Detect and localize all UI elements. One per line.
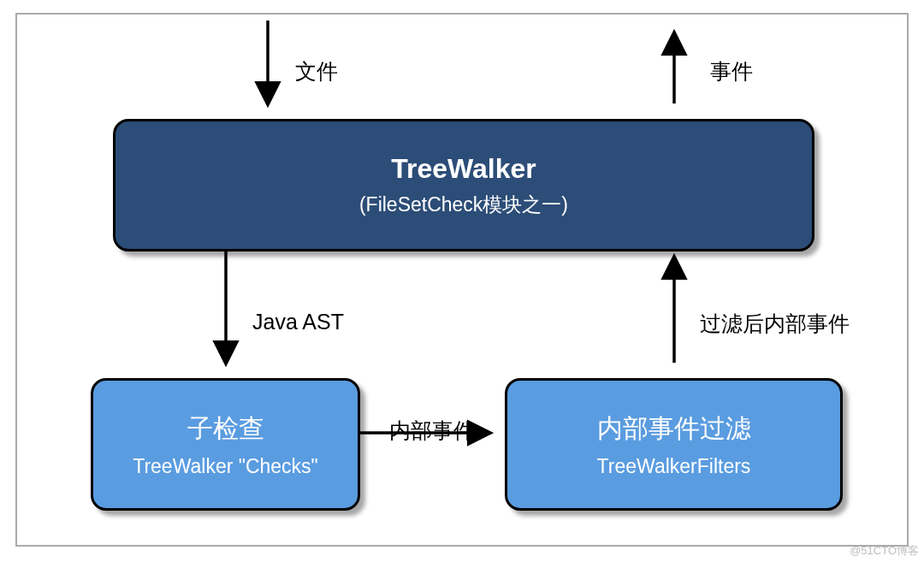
checks-subtitle: TreeWalker "Checks": [133, 455, 318, 478]
label-inner-events: 内部事件: [389, 417, 475, 445]
filters-subtitle: TreeWalkerFilters: [597, 455, 751, 478]
diagram-frame: TreeWalker (FileSetCheck模块之一) 子检查 TreeWa…: [15, 13, 909, 547]
label-filtered-events: 过滤后内部事件: [700, 310, 850, 338]
label-file-in: 文件: [295, 57, 338, 86]
label-event-out: 事件: [710, 57, 753, 86]
treewalker-subtitle: (FileSetCheck模块之一): [359, 192, 568, 218]
label-java-ast: Java AST: [252, 310, 344, 334]
checks-box: 子检查 TreeWalker "Checks": [91, 378, 360, 511]
treewalker-box: TreeWalker (FileSetCheck模块之一): [113, 119, 814, 251]
watermark: @51CTO博客: [850, 543, 919, 559]
filters-box: 内部事件过滤 TreeWalkerFilters: [505, 378, 843, 511]
treewalker-title: TreeWalker: [391, 153, 536, 185]
filters-title: 内部事件过滤: [597, 411, 751, 447]
checks-title: 子检查: [187, 411, 264, 447]
